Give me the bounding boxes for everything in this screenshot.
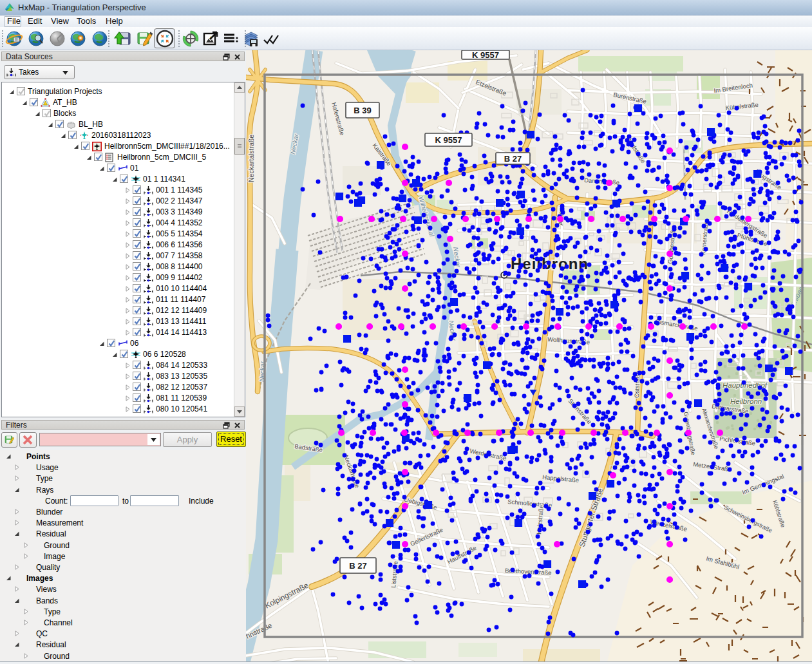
svg-text:K 9557: K 9557 [472,50,499,60]
svg-text:B 27: B 27 [504,154,522,164]
svg-text:Neckartalstraße: Neckartalstraße [247,135,255,182]
svg-text:K 9557: K 9557 [435,135,462,145]
svg-text:Heilbronn: Heilbronn [730,397,762,405]
svg-text:B 27: B 27 [349,561,366,571]
svg-text:B 39: B 39 [354,106,371,115]
